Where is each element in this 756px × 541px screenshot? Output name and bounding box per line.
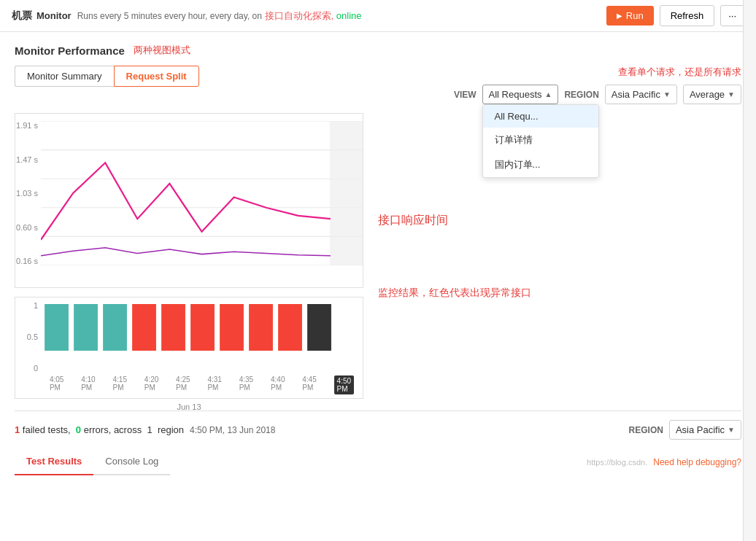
x-label-1: 4:05PM [50, 375, 63, 392]
section-header: Monitor Performance 两种视图模式 [15, 44, 741, 57]
run-button[interactable]: ▶ Run [606, 6, 654, 26]
svg-rect-9 [103, 304, 127, 351]
debug-link[interactable]: Need help debugging? [653, 457, 741, 467]
y-label-3: 1.03 s [15, 189, 38, 198]
dropdown-item-domestic[interactable]: 国内订单... [483, 152, 598, 177]
bottom-timestamp: 4:50 PM, 13 Jun 2018 [190, 425, 275, 435]
x-label-4: 4:20PM [144, 375, 158, 392]
result-section: Test Results Console Log https://blog.cs… [15, 448, 741, 475]
y-label-4: 0.60 s [15, 223, 38, 232]
svg-rect-15 [278, 304, 302, 351]
x-label-3: 4:15PM [113, 375, 127, 392]
refresh-button[interactable]: Refresh [660, 5, 715, 26]
svg-rect-10 [132, 304, 156, 351]
header-monitor: Monitor [36, 10, 72, 21]
header-link[interactable]: 接口自动化探索, [265, 9, 334, 23]
dropdown-item-all[interactable]: All Requ... [483, 105, 598, 128]
x-label-6: 4:31PM [207, 375, 221, 392]
annotation-views: 两种视图模式 [134, 44, 190, 57]
tab-request-split[interactable]: Request Split [114, 66, 199, 87]
charts-area: 1.91 s 1.47 s 1.03 s 0.60 s 0.16 s [15, 113, 741, 399]
line-chart-svg-area [41, 121, 363, 265]
bottom-bar: 1 failed tests, 0 errors, across 1 regio… [15, 410, 741, 448]
right-controls: 查看单个请求，还是所有请求 VIEW All Requests ▲ All Re… [454, 66, 741, 104]
controls-row: VIEW All Requests ▲ All Requ... 订单详情 国内订… [454, 85, 741, 104]
x-label-7: 4:35PM [239, 375, 253, 392]
date-label: Jun 13 [177, 402, 201, 411]
region-label: REGION [564, 90, 598, 100]
line-chart: 1.91 s 1.47 s 1.03 s 0.60 s 0.16 s [15, 113, 363, 288]
chevron-up-icon: ▲ [545, 90, 552, 98]
svg-rect-16 [307, 304, 331, 351]
bottom-region-chevron: ▼ [728, 426, 735, 434]
more-button[interactable]: ··· [720, 5, 744, 26]
chart-section: 1.91 s 1.47 s 1.03 s 0.60 s 0.16 s [15, 113, 363, 399]
header-subtitle: Runs every 5 minutes every hour, every d… [77, 11, 262, 21]
y-label-1: 1.91 s [15, 121, 38, 130]
svg-rect-6 [330, 121, 363, 265]
svg-rect-13 [220, 304, 244, 351]
avg-chevron-icon: ▼ [728, 90, 735, 98]
tab-monitor-summary[interactable]: Monitor Summary [15, 66, 114, 87]
bar-y-3: 0 [15, 364, 38, 373]
dropdown-item-order-detail[interactable]: 订单详情 [483, 128, 598, 152]
x-label-8: 4:40PM [271, 375, 285, 392]
y-axis-labels: 1.91 s 1.47 s 1.03 s 0.60 s 0.16 s [15, 121, 41, 265]
bar-chart: 1 0.5 0 4:05PM 4:10PM 4:15PM 4:20PM 4:25… [15, 297, 363, 399]
tabs-and-controls-row: Monitor Summary Request Split 查看单个请求，还是所… [15, 66, 741, 104]
view-dropdown-container: All Requests ▲ All Requ... 订单详情 国内订单... [482, 85, 559, 104]
y-label-5: 0.16 s [15, 257, 38, 265]
svg-rect-14 [249, 304, 273, 351]
avg-select[interactable]: Average ▼ [683, 85, 741, 104]
region-select[interactable]: Asia Pacific ▼ [605, 85, 677, 104]
x-label-9: 4:45PM [302, 375, 316, 392]
result-tabs: Test Results Console Log [15, 448, 170, 475]
bar-y-1: 1 [15, 301, 38, 310]
result-footer: Test Results Console Log https://blog.cs… [15, 448, 741, 475]
view-select[interactable]: All Requests ▲ [482, 85, 559, 104]
svg-rect-7 [45, 304, 69, 351]
svg-rect-11 [161, 304, 185, 351]
play-icon: ▶ [617, 12, 622, 20]
annotation-response: 接口响应时间 [378, 214, 448, 226]
bottom-region-label: REGION [629, 425, 663, 435]
view-tabs: Monitor Summary Request Split [15, 66, 199, 87]
tab-console-log[interactable]: Console Log [93, 448, 170, 474]
bar-y-2: 0.5 [15, 332, 38, 341]
header: 机票 Monitor Runs every 5 minutes every ho… [0, 0, 756, 32]
chevron-down-icon: ▼ [663, 90, 671, 98]
annotation-query: 查看单个请求，还是所有请求 [618, 66, 741, 79]
right-sidebar [743, 0, 756, 487]
view-label: VIEW [454, 90, 477, 100]
svg-rect-12 [190, 304, 215, 351]
failed-tests-text: 1 failed tests, 0 errors, across 1 regio… [15, 424, 184, 435]
x-label-2: 4:10PM [81, 375, 95, 392]
header-title-prefix: 机票 [12, 9, 32, 23]
failed-count: 1 [15, 424, 20, 435]
header-online-link[interactable]: online [336, 10, 362, 21]
svg-rect-8 [74, 304, 98, 351]
error-count: 0 [76, 424, 81, 435]
x-label-5: 4:25PM [176, 375, 190, 392]
tab-test-results[interactable]: Test Results [15, 448, 93, 475]
x-label-10: 4:50PM [334, 375, 354, 394]
y-label-2: 1.47 s [15, 155, 38, 164]
view-dropdown-menu: All Requ... 订单详情 国内订单... [482, 104, 599, 178]
section-title: Monitor Performance [15, 44, 125, 57]
watermark-text: https://blog.csdn. [587, 458, 647, 467]
annotation-monitor: 监控结果，红色代表出现异常接口 [378, 287, 531, 298]
bottom-region-select[interactable]: Asia Pacific ▼ [669, 420, 741, 440]
main-content: Monitor Performance 两种视图模式 Monitor Summa… [0, 32, 756, 487]
